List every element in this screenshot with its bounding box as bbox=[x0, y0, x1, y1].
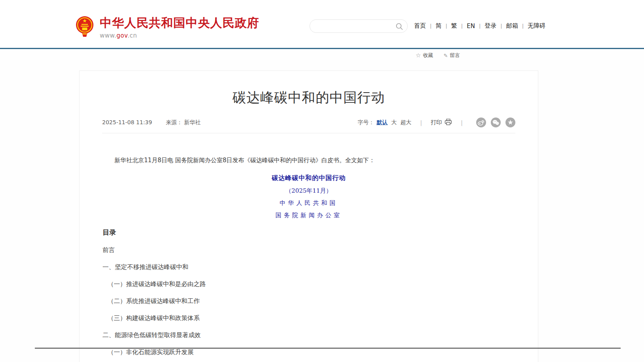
toc-item: 二、能源绿色低碳转型取得显著成效 bbox=[103, 331, 515, 339]
share-star-icon[interactable] bbox=[505, 118, 515, 127]
favorite-button[interactable]: ☆ 收藏 bbox=[416, 52, 433, 59]
article-meta-left: 2025-11-08 11:39 来源： 新华社 bbox=[102, 119, 201, 126]
toc-item: （一）推进碳达峰碳中和是必由之路 bbox=[103, 280, 515, 288]
toolbar-divider: | bbox=[420, 119, 422, 126]
source-label: 来源： bbox=[166, 119, 182, 125]
document-issuer-line-1: 中华人民共和国 bbox=[103, 199, 515, 207]
site-url-highlight: gov bbox=[116, 32, 127, 39]
nav-login[interactable]: 登录 bbox=[484, 22, 496, 30]
nav-mail[interactable]: 邮箱 bbox=[506, 22, 518, 30]
site-url-suffix: .cn bbox=[127, 32, 137, 39]
nav-english[interactable]: EN bbox=[467, 23, 475, 30]
site-url-prefix: www. bbox=[100, 32, 116, 39]
font-size-large-button[interactable]: 大 bbox=[391, 119, 397, 126]
print-label: 打印 bbox=[431, 119, 442, 126]
print-button[interactable]: 打印 bbox=[431, 119, 452, 127]
comment-button[interactable]: ✎ 留言 bbox=[443, 52, 460, 59]
search-input[interactable] bbox=[316, 20, 392, 32]
document-issuer-line-2: 国务院新闻办公室 bbox=[103, 212, 515, 219]
lead-paragraph: 新华社北京11月8日电 国务院新闻办公室8日发布《碳达峰碳中和的中国行动》白皮书… bbox=[103, 156, 515, 165]
toc-item: （二）系统推进碳达峰碳中和工作 bbox=[103, 297, 515, 305]
site-title: 中华人民共和国中央人民政府 bbox=[100, 16, 259, 30]
font-size-label: 字号： bbox=[358, 119, 374, 126]
national-emblem-icon bbox=[76, 16, 94, 37]
nav-accessibility[interactable]: 无障碍 bbox=[528, 22, 545, 30]
nav-separator: | bbox=[445, 23, 447, 29]
toc-item: 前言 bbox=[103, 246, 515, 254]
pencil-icon: ✎ bbox=[443, 53, 448, 58]
share-wechat-icon[interactable] bbox=[491, 118, 501, 127]
header-divider bbox=[0, 48, 644, 49]
article-meta-row: 2025-11-08 11:39 来源： 新华社 字号： 默认 大 超大 | 打… bbox=[102, 118, 515, 133]
favorite-label: 收藏 bbox=[423, 52, 433, 59]
star-icon: ☆ bbox=[416, 53, 421, 59]
article-card: 碳达峰碳中和的中国行动 2025-11-08 11:39 来源： 新华社 字号：… bbox=[79, 70, 538, 362]
nav-separator: | bbox=[479, 23, 481, 29]
article-toolbar: 字号： 默认 大 超大 | 打印 bbox=[358, 118, 515, 127]
toc-item: 一、坚定不移推进碳达峰碳中和 bbox=[103, 263, 515, 271]
nav-separator: | bbox=[522, 23, 524, 29]
page-actions: ☆ 收藏 ✎ 留言 bbox=[416, 52, 460, 59]
publish-date: 2025-11-08 11:39 bbox=[102, 119, 152, 125]
document-title: 碳达峰碳中和的中国行动 bbox=[103, 174, 515, 182]
search-icon[interactable] bbox=[395, 23, 403, 32]
toc-item: （一）非化石能源实现跃升发展 bbox=[103, 348, 515, 356]
toc-heading: 目录 bbox=[103, 228, 515, 237]
comment-label: 留言 bbox=[450, 52, 460, 59]
bottom-edge-line bbox=[35, 348, 621, 349]
nav-traditional[interactable]: 繁 bbox=[451, 22, 457, 30]
nav-separator: | bbox=[461, 23, 463, 29]
font-size-default-button[interactable]: 默认 bbox=[377, 119, 388, 126]
source-value: 新华社 bbox=[184, 119, 201, 125]
site-header: 中华人民共和国中央人民政府 www.gov.cn 首页 | 简 | 繁 | EN… bbox=[0, 0, 644, 48]
toolbar-divider: | bbox=[461, 119, 463, 126]
toc-item: （三）构建碳达峰碳中和政策体系 bbox=[103, 314, 515, 322]
site-logo-link[interactable]: 中华人民共和国中央人民政府 www.gov.cn bbox=[76, 16, 259, 39]
document-date-line: （2025年11月） bbox=[103, 187, 515, 195]
printer-icon bbox=[445, 119, 452, 127]
nav-separator: | bbox=[500, 23, 502, 29]
brand-text: 中华人民共和国中央人民政府 www.gov.cn bbox=[100, 16, 259, 39]
font-size-xlarge-button[interactable]: 超大 bbox=[401, 119, 412, 126]
nav-home[interactable]: 首页 bbox=[414, 22, 426, 30]
top-nav: 首页 | 简 | 繁 | EN | 登录 | 邮箱 | 无障碍 bbox=[414, 22, 545, 30]
search-box bbox=[310, 19, 408, 33]
nav-separator: | bbox=[430, 23, 431, 29]
article-body: 新华社北京11月8日电 国务院新闻办公室8日发布《碳达峰碳中和的中国行动》白皮书… bbox=[80, 133, 538, 356]
article-title: 碳达峰碳中和的中国行动 bbox=[80, 88, 538, 106]
share-weibo-icon[interactable] bbox=[476, 118, 486, 127]
site-url: www.gov.cn bbox=[100, 32, 259, 39]
nav-simplified[interactable]: 简 bbox=[435, 22, 441, 30]
